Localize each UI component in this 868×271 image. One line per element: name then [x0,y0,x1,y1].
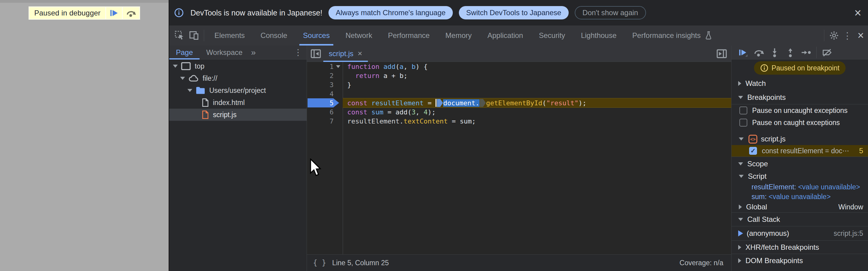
section-xhr-breakpoints[interactable]: XHR/fetch Breakpoints [732,240,868,254]
section-call-stack[interactable]: Call Stack [732,212,868,227]
tree-item-top[interactable]: top [169,60,307,72]
editor-tab-script-js[interactable]: script.js × [323,46,368,62]
editor-tab-close-icon[interactable]: × [358,49,362,58]
always-match-language-button[interactable]: Always match Chrome's language [329,6,453,20]
navigator-kebab-icon[interactable]: ⋮ [294,47,302,57]
call-stack-frame[interactable]: (anonymous) script.js:5 [732,227,868,240]
checkbox-unchecked[interactable] [739,107,747,114]
expand-arrow-icon[interactable] [180,77,185,80]
code-editor[interactable]: 1function add(a, b) {2 return a + b;3}45… [307,62,731,254]
code-text[interactable]: function add(a, b) { [343,62,731,71]
pause-caught-exceptions-row[interactable]: Pause on caught exceptions [732,117,868,129]
code-text[interactable]: const sum = add(3, 4); [343,108,731,117]
line-number[interactable]: 3 [307,81,334,89]
dont-show-again-button[interactable]: Don't show again [575,6,646,20]
collapse-left-panel-icon[interactable] [309,47,323,61]
navigator-tab-page[interactable]: Page [169,46,199,59]
line-number[interactable]: 5 [307,99,334,107]
section-scope[interactable]: Scope [732,157,868,171]
section-breakpoints[interactable]: Breakpoints [732,90,868,104]
code-line[interactable]: 1function add(a, b) { [307,62,731,71]
collapse-right-panel-icon[interactable] [714,47,729,61]
section-dom-breakpoints[interactable]: DOM Breakpoints [732,254,868,267]
checkbox-checked[interactable]: ✓ [749,147,757,155]
checkbox-unchecked[interactable] [739,119,747,126]
expand-arrow-icon[interactable] [173,65,178,68]
expanded-arrow-icon[interactable] [738,162,743,165]
more-options-kebab-icon[interactable]: ⋮ [841,30,854,41]
infobar-close-icon[interactable]: × [854,7,861,19]
code-text[interactable]: return a + b; [343,71,731,80]
tab-elements[interactable]: Elements [207,26,253,46]
code-line[interactable]: 3} [307,80,731,89]
navigator-overflow-chevrons[interactable]: » [251,48,256,57]
line-number[interactable]: 1 [307,63,334,70]
pretty-print-braces-icon[interactable]: { } [313,259,326,267]
device-toolbar-icon[interactable] [187,28,202,43]
step-button[interactable] [798,46,814,59]
expanded-arrow-icon[interactable] [739,175,744,178]
tab-network[interactable]: Network [338,26,380,46]
expanded-arrow-icon[interactable] [738,218,743,221]
code-line[interactable]: 4 [307,89,731,98]
settings-gear-icon[interactable] [827,28,841,43]
code-text[interactable]: resultElement.textContent = sum; [343,117,731,126]
code-line[interactable]: 6const sum = add(3, 4); [307,108,731,117]
fold-gutter[interactable] [334,65,343,68]
collapsed-arrow-icon[interactable] [738,258,741,263]
code-line[interactable]: 5const resultElement = document.getEleme… [307,98,731,108]
line-number[interactable]: 6 [307,108,334,116]
line-number[interactable]: 2 [307,72,334,80]
breakpoint-entry[interactable]: ✓ const resultElement = doc⋯ 5 [732,145,868,157]
tab-performance[interactable]: Performance [380,26,437,46]
scope-variable-sum[interactable]: sum: <value unavailable> [732,192,868,202]
code-text[interactable]: } [343,80,731,89]
tree-item-project-folder[interactable]: Users/user/project [169,84,307,96]
scope-script-group[interactable]: Script [732,171,868,182]
devtools-close-icon[interactable]: × [854,29,868,42]
step-into-button[interactable] [767,46,782,59]
line-number[interactable]: 4 [307,90,334,98]
code-text[interactable] [343,89,731,98]
tab-console[interactable]: Console [253,26,295,46]
scope-global-group[interactable]: Global Window [732,202,868,212]
expanded-arrow-icon[interactable] [738,96,743,99]
tab-security[interactable]: Security [531,26,573,46]
deactivate-breakpoints-button[interactable] [819,46,835,59]
tab-performance-insights[interactable]: Performance insights [624,26,721,46]
tab-lighthouse[interactable]: Lighthouse [573,26,624,46]
tree-label: top [195,62,205,70]
breakpoint-file-group[interactable]: <> script.js [732,133,868,145]
switch-devtools-japanese-button[interactable]: Switch DevTools to Japanese [459,6,569,20]
navigator-tab-workspace[interactable]: Workspace [199,46,249,59]
tree-item-index-html[interactable]: index.html [169,96,307,109]
collapsed-arrow-icon[interactable] [738,81,741,86]
pause-uncaught-exceptions-row[interactable]: Pause on uncaught exceptions [732,104,868,117]
tab-memory[interactable]: Memory [438,26,480,46]
tab-sources[interactable]: Sources [295,26,338,46]
expanded-arrow-icon[interactable] [739,138,744,141]
tab-application[interactable]: Application [479,26,531,46]
code-line[interactable]: 7resultElement.textContent = sum; [307,117,731,126]
code-fold-arrow-icon[interactable] [336,65,340,68]
active-frame-arrow-icon [738,230,743,236]
section-watch[interactable]: Watch [732,77,868,90]
code-token: ) { [415,63,428,70]
paused-badge-label: Paused on breakpoint [772,64,839,72]
step-over-button[interactable] [751,46,767,59]
code-line[interactable]: 2 return a + b; [307,71,731,80]
banner-resume-button[interactable] [106,7,122,19]
collapsed-arrow-icon[interactable] [738,245,741,250]
collapsed-arrow-icon[interactable] [739,205,742,209]
tree-item-script-js[interactable]: script.js [169,109,307,121]
step-out-button[interactable] [782,46,798,59]
code-text[interactable]: const resultElement = document.getElemen… [343,98,731,108]
line-number[interactable]: 7 [307,117,334,125]
banner-step-over-button[interactable] [123,7,139,19]
inspect-element-icon[interactable] [172,28,187,43]
resume-script-button[interactable] [735,46,751,59]
scope-variable-resultelement[interactable]: resultElement: <value unavailable> [732,182,868,192]
code-token: resultElement [367,99,423,107]
tree-item-file-protocol[interactable]: file:// [169,72,307,84]
expand-arrow-icon[interactable] [187,89,192,92]
